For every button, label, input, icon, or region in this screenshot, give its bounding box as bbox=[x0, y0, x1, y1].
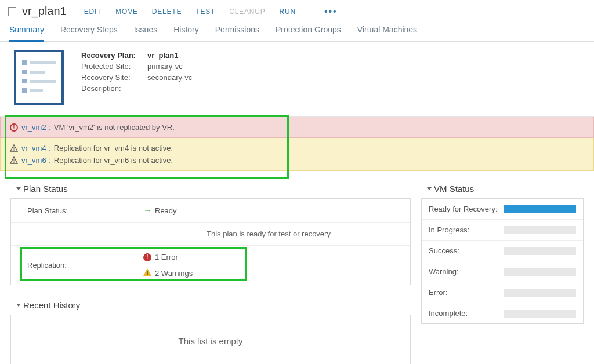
more-actions-icon[interactable]: ••• bbox=[324, 6, 338, 17]
plan-details: Recovery Plan: vr_plan1 Protected Site: … bbox=[81, 50, 192, 105]
tab-issues[interactable]: Issues bbox=[134, 25, 157, 41]
action-move[interactable]: MOVE bbox=[115, 8, 138, 16]
tab-bar: Summary Recovery Steps Issues History Pe… bbox=[0, 19, 594, 42]
separator bbox=[310, 7, 310, 16]
action-run[interactable]: RUN bbox=[279, 8, 295, 16]
vm-status-row: Warning: bbox=[422, 261, 583, 282]
caret-down-icon bbox=[427, 187, 432, 190]
panel-title: Recent History bbox=[23, 300, 80, 310]
error-icon bbox=[10, 123, 18, 132]
recent-history-panel: Recent History This list is empty bbox=[10, 296, 411, 364]
page-title: vr_plan1 bbox=[22, 5, 67, 18]
progress-bar bbox=[504, 310, 576, 318]
label-description: Description: bbox=[81, 84, 139, 93]
header-bar: vr_plan1 EDIT MOVE DELETE TEST CLEANUP R… bbox=[0, 0, 594, 19]
action-delete[interactable]: DELETE bbox=[152, 8, 182, 16]
plan-name: vr_plan1 bbox=[147, 51, 178, 60]
ready-message: This plan is ready for test or recovery bbox=[207, 230, 331, 238]
warning-icon: ! bbox=[10, 156, 18, 164]
warning-badge-icon: ! bbox=[143, 268, 151, 278]
action-bar: EDIT MOVE DELETE TEST CLEANUP RUN ••• bbox=[84, 6, 338, 17]
progress-bar bbox=[504, 268, 576, 276]
error-count: 1 Error bbox=[155, 253, 178, 261]
vm-status-label: Ready for Recovery: bbox=[429, 205, 504, 213]
right-column: VM Status Ready for Recovery: In Progres… bbox=[421, 179, 584, 324]
alert-vm-link[interactable]: vr_vm4 : bbox=[21, 144, 50, 152]
plan-status-panel: Plan Status Plan Status: → Ready This pl… bbox=[10, 179, 411, 285]
vm-status-row: In Progress: bbox=[422, 220, 583, 241]
label-protected-site: Protected Site: bbox=[81, 62, 139, 71]
recovery-site: secondary-vc bbox=[147, 73, 192, 82]
action-test[interactable]: TEST bbox=[195, 8, 215, 16]
document-icon bbox=[8, 7, 16, 16]
panel-header[interactable]: Recent History bbox=[10, 296, 411, 315]
progress-bar bbox=[504, 226, 576, 234]
tab-recovery-steps[interactable]: Recovery Steps bbox=[60, 25, 118, 41]
tab-summary[interactable]: Summary bbox=[9, 25, 44, 42]
status-text: Ready bbox=[155, 206, 177, 215]
tab-protection-groups[interactable]: Protection Groups bbox=[276, 25, 341, 41]
vm-status-row: Success: bbox=[422, 241, 583, 261]
empty-message: This list is empty bbox=[11, 315, 410, 364]
panel-header[interactable]: VM Status bbox=[421, 179, 584, 199]
protected-site: primary-vc bbox=[147, 62, 183, 71]
label-recovery-site: Recovery Site: bbox=[81, 73, 139, 82]
svg-text:!: ! bbox=[13, 146, 15, 152]
progress-bar bbox=[504, 289, 576, 297]
tab-virtual-machines[interactable]: Virtual Machines bbox=[357, 25, 417, 41]
alert-vm-link[interactable]: vr_vm6 : bbox=[21, 156, 50, 165]
action-edit[interactable]: EDIT bbox=[84, 8, 102, 16]
summary-info: Recovery Plan: vr_plan1 Protected Site: … bbox=[0, 42, 594, 117]
progress-bar bbox=[504, 205, 576, 213]
caret-down-icon bbox=[16, 187, 21, 190]
label-plan-status: Plan Status: bbox=[27, 206, 143, 215]
svg-text:!: ! bbox=[147, 270, 148, 276]
alert-message: VM 'vr_vm2' is not replicated by VR. bbox=[54, 123, 175, 132]
tab-history[interactable]: History bbox=[173, 25, 199, 41]
alert-vm-link[interactable]: vr_vm2 : bbox=[21, 123, 50, 132]
progress-bar bbox=[504, 247, 576, 255]
warning-icon: ! bbox=[10, 144, 18, 152]
vm-status-label: Error: bbox=[429, 288, 504, 297]
vm-status-label: Incomplete: bbox=[429, 309, 504, 318]
vm-status-label: In Progress: bbox=[429, 225, 504, 234]
action-cleanup: CLEANUP bbox=[229, 8, 265, 16]
alerts-section: vr_vm2 : VM 'vr_vm2' is not replicated b… bbox=[0, 117, 594, 171]
vm-status-row: Error: bbox=[422, 282, 583, 303]
svg-text:!: ! bbox=[13, 158, 15, 164]
label-replication: Replication: bbox=[27, 261, 143, 270]
caret-down-icon bbox=[16, 304, 21, 307]
panel-title: VM Status bbox=[434, 184, 474, 194]
left-column: Plan Status Plan Status: → Ready This pl… bbox=[10, 179, 411, 364]
alert-warnings: ! vr_vm4 : Replication for vr_vm4 is not… bbox=[0, 138, 594, 171]
vm-status-panel: VM Status Ready for Recovery: In Progres… bbox=[421, 179, 584, 324]
error-badge-icon: ! bbox=[143, 253, 151, 261]
panels-area: Plan Status Plan Status: → Ready This pl… bbox=[0, 171, 594, 364]
vm-status-label: Warning: bbox=[429, 267, 504, 276]
vm-status-label: Success: bbox=[429, 246, 504, 255]
warning-count: 2 Warnings bbox=[155, 269, 193, 278]
label-recovery-plan: Recovery Plan: bbox=[81, 51, 139, 60]
panel-header[interactable]: Plan Status bbox=[10, 179, 411, 199]
vm-status-row: Ready for Recovery: bbox=[422, 199, 583, 220]
alert-message: Replication for vr_vm4 is not active. bbox=[54, 144, 173, 152]
alert-error: vr_vm2 : VM 'vr_vm2' is not replicated b… bbox=[0, 117, 594, 138]
tab-permissions[interactable]: Permissions bbox=[215, 25, 259, 41]
panel-title: Plan Status bbox=[23, 184, 68, 194]
vm-status-row: Incomplete: bbox=[422, 303, 583, 323]
alert-message: Replication for vr_vm6 is not active. bbox=[54, 156, 173, 165]
recovery-plan-icon bbox=[14, 50, 64, 105]
ready-arrow-icon: → bbox=[143, 206, 151, 215]
